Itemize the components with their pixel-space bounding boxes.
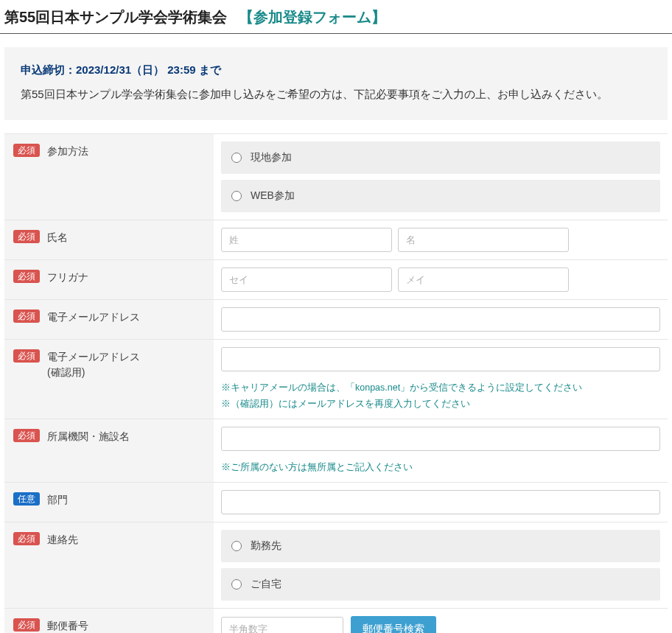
notice-box: 申込締切：2023/12/31（日） 23:59 まで 第55回日本サンプル学会…: [4, 47, 668, 120]
kana-pair: [221, 267, 660, 292]
label-org: 所属機関・施設名: [47, 429, 130, 444]
required-badge: 必須: [13, 270, 40, 283]
hint-email1: ※キャリアメールの場合は、「konpas.net」から受信できるように設定してく…: [221, 380, 660, 395]
required-badge: 必須: [13, 532, 40, 545]
deadline-text: 申込締切：2023/12/31（日） 23:59 まで: [21, 63, 651, 77]
input-col: 郵便番号検索: [214, 609, 668, 634]
label-method: 参加方法: [47, 144, 88, 159]
radio-method-onsite[interactable]: 現地参加: [221, 141, 660, 174]
radio-work-label: 勤務先: [251, 539, 281, 553]
required-badge: 必須: [13, 144, 40, 157]
input-col: ※キャリアメールの場合は、「konpas.net」から受信できるように設定してく…: [214, 340, 668, 419]
input-col: ※ご所属のない方は無所属とご記入ください: [214, 419, 668, 482]
radio-onsite-input[interactable]: [231, 153, 242, 163]
label-col: 必須 所属機関・施設名: [4, 419, 214, 482]
required-badge: 必須: [13, 309, 40, 323]
label-contact: 連絡先: [47, 532, 78, 548]
lastname-kana-input[interactable]: [221, 267, 392, 292]
input-col: 現地参加 WEB参加: [214, 134, 668, 220]
radio-web-label: WEB参加: [251, 189, 295, 203]
radio-contact-home[interactable]: ご自宅: [221, 568, 660, 601]
row-contact: 必須 連絡先 勤務先 ご自宅: [4, 522, 668, 609]
label-dept: 部門: [47, 492, 68, 508]
org-input[interactable]: [221, 427, 660, 451]
label-email-confirm: 電子メールアドレス (確認用): [47, 349, 140, 380]
row-email: 必須 電子メールアドレス: [4, 300, 668, 340]
required-badge: 必須: [13, 429, 40, 442]
required-badge: 必須: [13, 349, 40, 363]
row-name: 必須 氏名: [4, 220, 668, 260]
hint-org: ※ご所属のない方は無所属とご記入ください: [221, 460, 660, 475]
zip-search-button[interactable]: 郵便番号検索: [351, 616, 436, 634]
email-confirm-input[interactable]: [221, 347, 660, 371]
optional-badge: 任意: [13, 492, 40, 506]
radio-web-input[interactable]: [231, 191, 242, 201]
row-method: 必須 参加方法 現地参加 WEB参加: [4, 134, 668, 220]
label-name: 氏名: [47, 230, 68, 245]
label-kana: フリガナ: [47, 270, 88, 285]
input-col: [214, 300, 668, 339]
input-col: 勤務先 ご自宅: [214, 522, 668, 608]
input-col: [214, 483, 668, 522]
label-col: 必須 連絡先: [4, 522, 214, 608]
radio-method-web[interactable]: WEB参加: [221, 180, 660, 212]
input-col: [214, 260, 668, 299]
label-email: 電子メールアドレス: [47, 309, 140, 325]
radio-home-label: ご自宅: [251, 578, 281, 591]
label-col: 必須 電子メールアドレス: [4, 300, 214, 339]
form: 必須 参加方法 現地参加 WEB参加 必須 氏名: [4, 133, 668, 634]
zip-input[interactable]: [221, 617, 343, 633]
email-input[interactable]: [221, 307, 660, 332]
name-pair: [221, 228, 660, 252]
row-kana: 必須 フリガナ: [4, 260, 668, 300]
zip-row: 郵便番号検索: [221, 616, 660, 634]
row-org: 必須 所属機関・施設名 ※ご所属のない方は無所属とご記入ください: [4, 419, 668, 483]
row-email-confirm: 必須 電子メールアドレス (確認用) ※キャリアメールの場合は、「konpas.…: [4, 340, 668, 419]
label-col: 必須 氏名: [4, 220, 214, 259]
label-zip: 郵便番号: [47, 618, 88, 634]
title-sub: 【参加登録フォーム】: [239, 9, 386, 25]
hint-email2: ※（確認用）にはメールアドレスを再度入力してください: [221, 396, 660, 411]
firstname-input[interactable]: [398, 228, 569, 252]
radio-contact-work[interactable]: 勤務先: [221, 530, 660, 562]
title-main: 第55回日本サンプル学会学術集会: [4, 9, 227, 25]
label-col: 任意 部門: [4, 483, 214, 522]
lastname-input[interactable]: [221, 228, 392, 252]
required-badge: 必須: [13, 230, 40, 243]
label-col: 必須 フリガナ: [4, 260, 214, 299]
dept-input[interactable]: [221, 490, 660, 514]
firstname-kana-input[interactable]: [398, 267, 569, 292]
radio-work-input[interactable]: [231, 541, 242, 551]
input-col: [214, 220, 668, 259]
label-col: 必須 参加方法: [4, 134, 214, 220]
label-col: 必須 電子メールアドレス (確認用): [4, 340, 214, 419]
row-zip: 必須 郵便番号 郵便番号検索: [4, 609, 668, 634]
notice-text: 第55回日本サンプル学会学術集会に参加申し込みをご希望の方は、下記必要事項をご入…: [21, 85, 651, 104]
required-badge: 必須: [13, 618, 40, 632]
radio-onsite-label: 現地参加: [251, 151, 292, 164]
radio-home-input[interactable]: [231, 579, 242, 590]
page-title: 第55回日本サンプル学会学術集会 【参加登録フォーム】: [0, 0, 672, 34]
row-dept: 任意 部門: [4, 483, 668, 522]
label-col: 必須 郵便番号: [4, 609, 214, 634]
